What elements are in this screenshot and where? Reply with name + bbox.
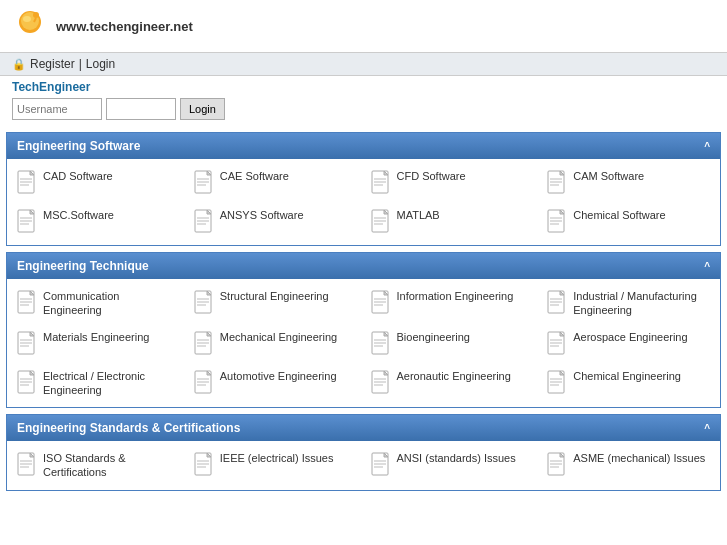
grid-item-2-2[interactable]: ANSI (standards) Issues <box>365 447 540 484</box>
item-label-1-5: Mechanical Engineering <box>220 330 337 344</box>
item-label-1-6: Bioengineering <box>397 330 470 344</box>
item-label-1-9: Automotive Engineering <box>220 369 337 383</box>
login-button[interactable]: Login <box>180 98 225 120</box>
grid-item-1-2[interactable]: Information Engineering <box>365 285 540 322</box>
item-label-0-0: CAD Software <box>43 169 113 183</box>
section-chevron-engineering-software: ^ <box>704 141 710 152</box>
grid-item-1-7[interactable]: Aerospace Engineering <box>541 326 716 361</box>
doc-icon-1-10 <box>371 370 393 396</box>
grid-item-1-11[interactable]: Chemical Engineering <box>541 365 716 402</box>
section-chevron-engineering-technique: ^ <box>704 261 710 272</box>
doc-icon-1-2 <box>371 290 393 316</box>
grid-item-0-3[interactable]: CAM Software <box>541 165 716 200</box>
doc-icon-2-3 <box>547 452 569 478</box>
doc-icon-1-1 <box>194 290 216 316</box>
site-logo <box>12 8 48 44</box>
item-label-0-7: Chemical Software <box>573 208 665 222</box>
grid-item-1-1[interactable]: Structural Engineering <box>188 285 363 322</box>
item-label-1-10: Aeronautic Engineering <box>397 369 511 383</box>
brand-link[interactable]: TechEngineer <box>0 80 727 94</box>
item-label-0-4: MSC.Software <box>43 208 114 222</box>
section-body-engineering-technique: Communication Engineering Structural Eng… <box>7 279 720 407</box>
doc-icon-0-3 <box>547 170 569 196</box>
grid-item-0-7[interactable]: Chemical Software <box>541 204 716 239</box>
item-label-2-0: ISO Standards & Certifications <box>43 451 180 480</box>
items-grid-engineering-standards: ISO Standards & Certifications IEEE (ele… <box>11 447 716 484</box>
section-title-engineering-standards: Engineering Standards & Certifications <box>17 421 240 435</box>
section-body-engineering-standards: ISO Standards & Certifications IEEE (ele… <box>7 441 720 490</box>
item-label-0-1: CAE Software <box>220 169 289 183</box>
grid-item-1-6[interactable]: Bioengineering <box>365 326 540 361</box>
doc-icon-1-3 <box>547 290 569 316</box>
grid-item-0-6[interactable]: MATLAB <box>365 204 540 239</box>
item-label-1-2: Information Engineering <box>397 289 514 303</box>
doc-icon-1-4 <box>17 331 39 357</box>
grid-item-0-2[interactable]: CFD Software <box>365 165 540 200</box>
auth-separator: | <box>79 57 82 71</box>
item-label-2-3: ASME (mechanical) Issues <box>573 451 705 465</box>
grid-item-1-10[interactable]: Aeronautic Engineering <box>365 365 540 402</box>
doc-icon-1-7 <box>547 331 569 357</box>
doc-icon-1-8 <box>17 370 39 396</box>
doc-icon-0-5 <box>194 209 216 235</box>
doc-icon-1-6 <box>371 331 393 357</box>
grid-item-0-4[interactable]: MSC.Software <box>11 204 186 239</box>
grid-item-1-4[interactable]: Materials Engineering <box>11 326 186 361</box>
grid-item-1-3[interactable]: Industrial / Manufacturing Engineering <box>541 285 716 322</box>
username-input[interactable] <box>12 98 102 120</box>
doc-icon-2-1 <box>194 452 216 478</box>
item-label-0-3: CAM Software <box>573 169 644 183</box>
section-body-engineering-software: CAD Software CAE Software <box>7 159 720 245</box>
item-label-1-4: Materials Engineering <box>43 330 149 344</box>
lock-icon: 🔒 <box>12 58 26 71</box>
doc-icon-2-0 <box>17 452 39 478</box>
items-grid-engineering-technique: Communication Engineering Structural Eng… <box>11 285 716 401</box>
item-label-1-1: Structural Engineering <box>220 289 329 303</box>
doc-icon-1-5 <box>194 331 216 357</box>
sections-container: Engineering Software ^ CAD Software <box>0 132 727 491</box>
register-link[interactable]: Register <box>30 57 75 71</box>
grid-item-2-3[interactable]: ASME (mechanical) Issues <box>541 447 716 484</box>
site-title: www.techengineer.net <box>56 19 193 34</box>
section-header-engineering-standards[interactable]: Engineering Standards & Certifications ^ <box>7 415 720 441</box>
grid-item-2-1[interactable]: IEEE (electrical) Issues <box>188 447 363 484</box>
item-label-1-7: Aerospace Engineering <box>573 330 687 344</box>
doc-icon-2-2 <box>371 452 393 478</box>
grid-item-0-1[interactable]: CAE Software <box>188 165 363 200</box>
grid-item-1-9[interactable]: Automotive Engineering <box>188 365 363 402</box>
grid-item-0-0[interactable]: CAD Software <box>11 165 186 200</box>
grid-item-1-0[interactable]: Communication Engineering <box>11 285 186 322</box>
grid-item-2-0[interactable]: ISO Standards & Certifications <box>11 447 186 484</box>
item-label-0-6: MATLAB <box>397 208 440 222</box>
doc-icon-0-6 <box>371 209 393 235</box>
grid-item-0-5[interactable]: ANSYS Software <box>188 204 363 239</box>
doc-icon-0-7 <box>547 209 569 235</box>
grid-item-1-8[interactable]: Electrical / Electronic Engineering <box>11 365 186 402</box>
item-label-2-1: IEEE (electrical) Issues <box>220 451 334 465</box>
svg-point-3 <box>33 12 39 18</box>
login-form: Login <box>0 98 727 120</box>
doc-icon-0-1 <box>194 170 216 196</box>
item-label-1-3: Industrial / Manufacturing Engineering <box>573 289 710 318</box>
section-engineering-standards: Engineering Standards & Certifications ^… <box>6 414 721 491</box>
item-label-1-0: Communication Engineering <box>43 289 180 318</box>
section-engineering-software: Engineering Software ^ CAD Software <box>6 132 721 246</box>
items-grid-engineering-software: CAD Software CAE Software <box>11 165 716 239</box>
password-input[interactable] <box>106 98 176 120</box>
doc-icon-1-9 <box>194 370 216 396</box>
doc-icon-1-0 <box>17 290 39 316</box>
svg-point-2 <box>23 16 31 22</box>
auth-bar: 🔒 Register | Login <box>0 52 727 76</box>
doc-icon-0-0 <box>17 170 39 196</box>
section-chevron-engineering-standards: ^ <box>704 423 710 434</box>
login-link[interactable]: Login <box>86 57 115 71</box>
section-title-engineering-technique: Engineering Technique <box>17 259 149 273</box>
item-label-2-2: ANSI (standards) Issues <box>397 451 516 465</box>
section-header-engineering-software[interactable]: Engineering Software ^ <box>7 133 720 159</box>
grid-item-1-5[interactable]: Mechanical Engineering <box>188 326 363 361</box>
site-header: www.techengineer.net <box>0 0 727 52</box>
section-header-engineering-technique[interactable]: Engineering Technique ^ <box>7 253 720 279</box>
doc-icon-1-11 <box>547 370 569 396</box>
login-section: TechEngineer Login <box>0 76 727 126</box>
doc-icon-0-4 <box>17 209 39 235</box>
